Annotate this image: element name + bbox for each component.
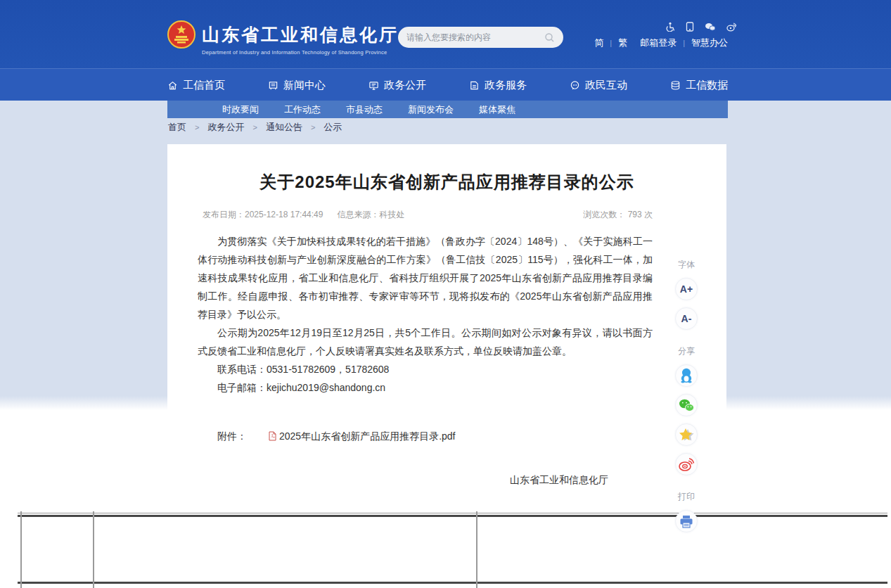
nav-item-home[interactable]: 工信首页 [167,79,225,92]
nav-label: 工信数据 [686,79,728,92]
divider: | [610,39,612,47]
national-emblem-logo[interactable] [167,20,195,49]
share-label: 分享 [669,345,703,357]
subnav-item-press-conference[interactable]: 新闻发布会 [408,103,454,116]
nav-item-news[interactable]: 新闻中心 [268,79,326,92]
emblem-icon [167,20,195,49]
mail-login-link[interactable]: 邮箱登录 [640,37,677,49]
weibo-icon [679,458,694,471]
printer-icon [679,515,693,528]
nav-item-data[interactable]: 工信数据 [670,79,728,92]
print-button[interactable] [675,510,698,532]
breadcrumb-current[interactable]: 公示 [323,121,342,134]
attachment-label: 附件： [217,430,247,442]
qq-icon [679,368,693,383]
search-input[interactable] [406,32,544,42]
share-favorite-button[interactable] [675,423,698,446]
attachment-row: 附件： 2025年山东省创新产品应用推荐目录.pdf [198,430,653,443]
attachment-link[interactable]: 2025年山东省创新产品应用推荐目录.pdf [279,430,456,442]
subnav-bar: 时政要闻 工作动态 市县动态 新闻发布会 媒体聚焦 [167,101,728,118]
site-title-block: 山东省工业和信息化厅 Department of Industry and In… [202,23,399,56]
smart-office-link[interactable]: 智慧办公 [691,37,728,49]
font-increase-label: A+ [680,283,693,295]
wechat-icon [679,399,694,412]
nav-item-gov-open[interactable]: 政务公开 [368,79,426,92]
site-subtitle: Department of Industry and Information T… [202,49,399,56]
breadcrumb-separator: > [311,123,315,132]
data-icon [670,80,681,91]
table-vline-2 [476,511,477,588]
breadcrumb-notices[interactable]: 通知公告 [266,121,302,134]
nav-item-gov-service[interactable]: 政务服务 [469,79,527,92]
contact-email: 电子邮箱：kejichu2019@shandong.cn [198,378,653,397]
table-border-top-thin [18,513,887,513]
signature-org: 山东省工业和信息化厅 [510,474,608,487]
publish-date: 发布日期：2025-12-18 17:44:49 [203,209,323,221]
breadcrumb-home[interactable]: 首页 [168,121,186,134]
page: 山东省工业和信息化厅 Department of Industry and In… [0,0,891,588]
table-border-top [18,515,887,517]
lang-simplified[interactable]: 简 [594,37,603,49]
header-icon-row [665,22,736,32]
paragraph-2: 公示期为2025年12月19日至12月25日，共5个工作日。公示期间如对公示对象… [198,324,653,360]
share-weibo-button[interactable] [675,453,698,475]
share-wechat-button[interactable] [675,394,698,416]
print-label: 打印 [669,491,703,503]
font-size-label: 字体 [669,259,703,271]
star-icon [679,428,694,442]
header-link-row: 简 | 繁 邮箱登录 | 智慧办公 [612,37,728,49]
subnav-item-city-county[interactable]: 市县动态 [346,103,383,116]
breadcrumb: 首页 > 政务公开 > 通知公告 > 公示 [168,118,342,136]
table-border-bottom [18,582,887,584]
nav-label: 政民互动 [585,79,627,92]
nav-label: 政务服务 [485,79,527,92]
paragraph-1: 为贯彻落实《关于加快科技成果转化的若干措施》（鲁政办字〔2024〕148号）、《… [198,232,653,324]
pdf-table-preview: 69 山东省水利勘测设计院有限公司 灌区工程运行管理系统 V1.0 [0,492,891,588]
font-decrease-label: A- [681,313,692,324]
table-vline-1 [93,511,94,588]
home-icon [167,80,178,91]
nav-item-interaction[interactable]: 政民互动 [570,79,627,92]
info-source: 信息来源：科技处 [337,209,404,221]
article-card: 关于2025年山东省创新产品应用推荐目录的公示 发布日期：2025-12-18 … [167,144,726,486]
accessibility-icon[interactable] [665,22,675,32]
news-icon [268,80,278,91]
breadcrumb-separator: > [252,123,257,132]
share-qq-button[interactable] [675,364,698,387]
nav-label: 工信首页 [183,79,225,92]
search-box [398,27,563,48]
search-icon[interactable] [544,32,555,43]
article-body: 为贯彻落实《关于加快科技成果转化的若干措施》（鲁政办字〔2024〕148号）、《… [198,232,653,397]
font-increase-button[interactable]: A+ [675,278,698,300]
view-count: 浏览次数： 793 次 [583,209,653,221]
weibo-share-icon[interactable] [726,23,736,32]
breadcrumb-gov-open[interactable]: 政务公开 [207,121,244,134]
article-meta: 发布日期：2025-12-18 17:44:49 信息来源：科技处 浏览次数： … [203,209,653,221]
nav-label: 新闻中心 [283,79,326,92]
site-header: 山东省工业和信息化厅 Department of Industry and In… [0,0,891,68]
pdf-file-icon [268,431,277,441]
article-title: 关于2025年山东省创新产品应用推荐目录的公示 [167,171,726,193]
contact-phone: 联系电话：0531-51782609，51782608 [198,360,653,378]
service-icon [469,80,480,91]
wechat-share-icon[interactable] [705,23,716,32]
site-title: 山东省工业和信息化厅 [202,23,399,46]
article-toolbar: 字体 A+ A- 分享 [669,259,703,532]
table-vline-left [20,511,22,588]
subnav-item-politics-news[interactable]: 时政要闻 [222,103,259,116]
mobile-icon[interactable] [686,22,694,32]
subnav-item-work-updates[interactable]: 工作动态 [284,103,321,116]
interact-icon [570,80,580,91]
lang-traditional[interactable]: 繁 [618,37,627,49]
subnav-item-media-focus[interactable]: 媒体聚焦 [479,103,515,116]
font-decrease-button[interactable]: A- [675,307,698,330]
divider: | [683,39,685,47]
monitor-icon [368,80,379,91]
nav-label: 政务公开 [384,79,426,92]
main-nav: 工信首页 新闻中心 政务公开 [0,68,891,101]
breadcrumb-separator: > [195,123,199,132]
